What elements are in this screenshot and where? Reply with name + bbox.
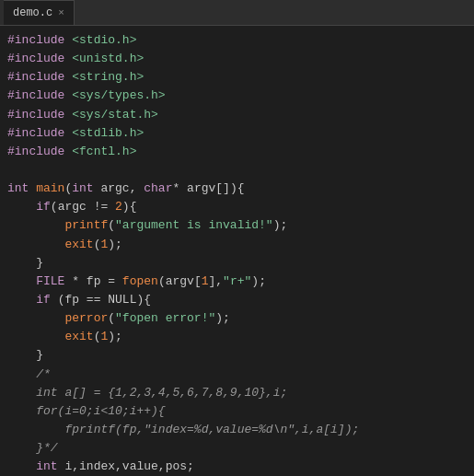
line-17: exit(1); bbox=[7, 328, 467, 346]
line-1: #include <stdio.h> bbox=[7, 31, 467, 50]
line-8 bbox=[7, 161, 467, 180]
line-21: for(i=0;i<10;i++){ bbox=[7, 402, 467, 421]
line-13: } bbox=[7, 254, 467, 273]
line-16: perror("fopen error!"); bbox=[7, 309, 467, 328]
tab-close-icon[interactable]: × bbox=[58, 7, 64, 18]
tab-demo-c[interactable]: demo.c × bbox=[4, 0, 75, 25]
line-20: int a[] = {1,2,3,4,5,6,7,8,9,10},i; bbox=[7, 384, 467, 402]
line-9: int main(int argc, char* argv[]){ bbox=[7, 180, 467, 198]
line-11: printf("argument is invalid!"); bbox=[7, 216, 467, 235]
line-19: /* bbox=[7, 366, 467, 384]
tab-bar: demo.c × bbox=[0, 0, 474, 26]
line-23: }*/ bbox=[7, 439, 467, 458]
line-12: exit(1); bbox=[7, 236, 467, 254]
line-7: #include <fcntl.h> bbox=[7, 143, 467, 161]
line-6: #include <stdlib.h> bbox=[7, 124, 467, 143]
line-5: #include <sys/stat.h> bbox=[7, 106, 467, 124]
line-2: #include <unistd.h> bbox=[7, 50, 467, 68]
line-15: if (fp == NULL){ bbox=[7, 291, 467, 309]
code-area: #include <stdio.h> #include <unistd.h> #… bbox=[0, 26, 474, 476]
line-24: int i,index,value,pos; bbox=[7, 458, 467, 476]
line-22: fprintf(fp,"index=%d,value=%d\n",i,a[i])… bbox=[7, 421, 467, 439]
line-4: #include <sys/types.h> bbox=[7, 87, 467, 105]
line-10: if(argc != 2){ bbox=[7, 198, 467, 216]
line-3: #include <string.h> bbox=[7, 68, 467, 87]
line-14: FILE * fp = fopen(argv[1],"r+"); bbox=[7, 273, 467, 291]
line-18: } bbox=[7, 346, 467, 365]
tab-filename: demo.c bbox=[13, 6, 52, 19]
